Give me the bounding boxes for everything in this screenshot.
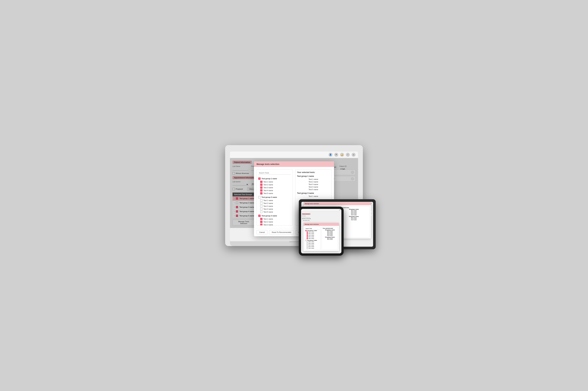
group3-label: ✓ Test group 3 name: [258, 215, 291, 217]
modal-group2-checkbox[interactable]: [258, 196, 260, 198]
test-item: Test 3 name: [258, 205, 291, 207]
phone-mini-item: ✓ Test 1 name: [305, 231, 320, 233]
test-item: ✓ Test 3 name: [258, 186, 291, 189]
phone-form-row: First Name: [302, 215, 340, 217]
g2t4-name: Test 4 name: [263, 208, 273, 210]
selected-test-item: Test 4 name: [297, 186, 330, 188]
phone-date-row: 2020-08-21 12:53:19 PM: [302, 218, 340, 219]
g2t2-name: Test 2 name: [263, 202, 273, 204]
g2t5-name: Test 5 name: [263, 211, 273, 213]
test-item: Test 1 name: [258, 199, 291, 202]
phone-header-icon: [339, 209, 340, 211]
modal-group3-name: Test group 3 name: [261, 215, 277, 217]
phone-mini-item: ✓ Test 4 name: [305, 236, 320, 238]
phone-mini-item: Test 2 name: [305, 243, 320, 244]
phone-patient-header: Patient Information: [302, 213, 311, 215]
header-user-icon[interactable]: 👤: [329, 153, 333, 157]
phone-mini-group2: Test group 2 name: [305, 240, 320, 241]
modal-title: Manage tests selection: [256, 163, 279, 165]
g2t1-checkbox[interactable]: [260, 199, 262, 201]
test-item: Test 2 name: [258, 202, 291, 205]
modal-reset-button[interactable]: Reset To Recommended: [269, 230, 294, 234]
g1t1-checkbox[interactable]: ✓: [260, 181, 262, 183]
tablet-modal-title: Manage tests selection: [304, 202, 371, 205]
selected-test-item: Test 1 name: [297, 178, 330, 181]
selected-tests-header: Your selected tests:: [297, 171, 330, 174]
g1t3-checkbox[interactable]: ✓: [260, 187, 262, 189]
phone-search: Search Tests: [305, 228, 320, 229]
phone-app-content: Patient Information First Name 2020-08-2…: [301, 211, 341, 253]
phone-mini-item: Test 1 name: [305, 241, 320, 243]
modal-group3-checkbox[interactable]: ✓: [258, 215, 260, 217]
laptop-notch: [289, 241, 299, 242]
selected-test-item: Test 2 name: [297, 181, 330, 183]
header-bell-icon[interactable]: 🔔: [340, 153, 344, 157]
modal-test-list: ✓ Test group 1 name ✓ Test 1 name ✓ Test…: [256, 170, 293, 225]
phone-modal-body: Search Tests ✓ Test group 1 name ✓ Test …: [303, 226, 339, 251]
g3t2-name: Test 2 name: [263, 221, 273, 223]
test-item: ✓ Test 2 name: [258, 220, 291, 223]
g3t3-name: Test 3 name: [263, 224, 273, 225]
g3t3-checkbox[interactable]: ✓: [260, 224, 262, 225]
phone-mini-item: Test 5 name: [305, 247, 320, 249]
test-item: ✓ Test 1 name: [258, 180, 291, 183]
g3t2-checkbox[interactable]: ✓: [260, 221, 262, 223]
modal-group1-name: Test group 1 name: [261, 178, 277, 180]
selected-test-item: Test 5 name: [297, 188, 330, 191]
test-item: ✓ Test 1 name: [258, 217, 291, 220]
phone-app-header: [301, 209, 341, 211]
test-item: Test 4 name: [258, 207, 291, 210]
g2t3-checkbox[interactable]: [260, 205, 262, 207]
app-header: 👤 ⚑ 🔔 ✓ ●: [230, 152, 358, 158]
test-item: ✓ Test 5 name: [258, 192, 291, 195]
phone-modal-right: Your selected tests: Test group 1 name T…: [322, 227, 338, 250]
header-flag-icon[interactable]: ⚑: [334, 153, 338, 157]
g1t1-name: Test 1 name: [263, 181, 273, 183]
test-item: Test 5 name: [258, 210, 291, 213]
phone-mini-group1: ✓ Test group 1 name: [305, 230, 320, 231]
modal-title-bar: Manage tests selection: [254, 161, 334, 167]
header-check-icon[interactable]: ✓: [346, 153, 350, 157]
g1t4-name: Test 4 name: [263, 190, 273, 192]
phone-prev-visits-row: View previous visits: [302, 220, 340, 221]
selected-test-item: Test 1 name: [297, 195, 330, 197]
modal-group2-name: Test group 2 name: [261, 196, 277, 198]
phone-mini-item: Test 3 name: [305, 244, 320, 246]
modal-cancel-button[interactable]: Cancel: [256, 230, 267, 234]
test-item: ✓ Test 2 name: [258, 183, 291, 186]
test-item: ✓ Test 4 name: [258, 189, 291, 192]
selected-group1-name: Test group 1 name: [297, 175, 330, 177]
phone-view-prev-btn[interactable]: View previous visits: [302, 220, 311, 221]
g1t4-checkbox[interactable]: ✓: [260, 189, 262, 192]
phone-frame: Patient Information First Name 2020-08-2…: [299, 207, 344, 256]
g2t5-checkbox[interactable]: [260, 211, 262, 213]
phone-mini-item: ✓ Test 3 name: [305, 234, 320, 236]
phone-screen: Patient Information First Name 2020-08-2…: [301, 209, 341, 253]
phone-modal-left: Search Tests ✓ Test group 1 name ✓ Test …: [304, 227, 321, 250]
phone-mini-item: ✓ Test 2 name: [305, 233, 320, 234]
g1t2-checkbox[interactable]: ✓: [260, 184, 262, 186]
g1t5-name: Test 5 name: [263, 192, 273, 194]
phone-mini-item: Test 4 name: [305, 246, 320, 247]
group1-label: ✓ Test group 1 name: [258, 178, 291, 180]
g2t2-checkbox[interactable]: [260, 202, 262, 204]
g3t1-name: Test 1 name: [263, 218, 273, 220]
header-avatar-icon[interactable]: ●: [352, 153, 355, 157]
g2t3-name: Test 3 name: [263, 205, 273, 207]
group2-label: Test group 2 name: [258, 196, 291, 198]
phone-mini-item: ✓ Test 5 name: [305, 238, 320, 239]
test-item: ✓ Test 3 name: [258, 223, 291, 225]
selected-test-item: Test 3 name: [297, 183, 330, 186]
phone-first-name-input[interactable]: [302, 216, 310, 217]
phone-name-group: First Name: [302, 215, 310, 217]
modal-group1-checkbox[interactable]: ✓: [258, 178, 260, 180]
g2t1-name: Test 1 name: [263, 199, 273, 201]
g3t1-checkbox[interactable]: ✓: [260, 218, 262, 220]
g2t4-checkbox[interactable]: [260, 208, 262, 210]
g1t5-checkbox[interactable]: ✓: [260, 192, 262, 195]
selected-group3-name: Test group 3 name: [297, 192, 330, 194]
phone-modal-title: Manage tests selection: [303, 223, 339, 226]
search-tests-input[interactable]: [258, 171, 291, 175]
phone-mini-modal: Manage tests selection Search Tests ✓ Te…: [303, 223, 339, 251]
g1t3-name: Test 3 name: [263, 187, 273, 189]
